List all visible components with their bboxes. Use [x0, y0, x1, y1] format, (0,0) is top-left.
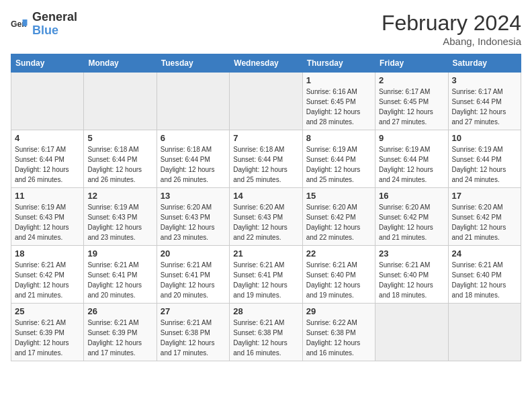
calendar-cell: 1Sunrise: 6:16 AMSunset: 6:45 PMDaylight… [302, 73, 375, 130]
day-info: Sunrise: 6:19 AMSunset: 6:43 PMDaylight:… [15, 202, 80, 242]
day-info: Sunrise: 6:21 AMSunset: 6:42 PMDaylight:… [15, 260, 80, 300]
day-number: 23 [379, 248, 444, 259]
day-info: Sunrise: 6:18 AMSunset: 6:44 PMDaylight:… [161, 144, 226, 185]
day-info: Sunrise: 6:16 AMSunset: 6:45 PMDaylight:… [306, 87, 371, 127]
day-number: 10 [452, 133, 517, 143]
weekday-header: Friday [375, 54, 448, 73]
calendar-cell: 11Sunrise: 6:19 AMSunset: 6:43 PMDayligh… [11, 188, 84, 246]
calendar-cell: 29Sunrise: 6:22 AMSunset: 6:38 PMDayligh… [302, 304, 375, 361]
day-number: 19 [87, 248, 152, 259]
day-info: Sunrise: 6:20 AMSunset: 6:42 PMDaylight:… [379, 202, 444, 242]
calendar-cell: 19Sunrise: 6:21 AMSunset: 6:41 PMDayligh… [84, 246, 157, 304]
day-info: Sunrise: 6:18 AMSunset: 6:44 PMDaylight:… [233, 144, 298, 185]
calendar-cell: 16Sunrise: 6:20 AMSunset: 6:42 PMDayligh… [375, 188, 448, 246]
day-number: 11 [15, 191, 80, 201]
day-number: 17 [452, 191, 517, 201]
calendar-cell: 14Sunrise: 6:20 AMSunset: 6:43 PMDayligh… [230, 188, 302, 246]
calendar-table: SundayMondayTuesdayWednesdayThursdayFrid… [11, 54, 521, 361]
month-title: February 2024 [382, 11, 521, 36]
day-number: 6 [161, 133, 226, 143]
day-number: 5 [87, 133, 152, 143]
calendar-cell: 10Sunrise: 6:19 AMSunset: 6:44 PMDayligh… [448, 130, 521, 188]
day-info: Sunrise: 6:20 AMSunset: 6:42 PMDaylight:… [452, 202, 517, 242]
day-number: 26 [87, 306, 152, 316]
weekday-header-row: SundayMondayTuesdayWednesdayThursdayFrid… [11, 54, 521, 73]
calendar-cell: 23Sunrise: 6:21 AMSunset: 6:40 PMDayligh… [375, 246, 448, 304]
day-info: Sunrise: 6:18 AMSunset: 6:44 PMDaylight:… [87, 144, 152, 185]
day-number: 14 [233, 191, 298, 201]
day-number: 13 [161, 191, 226, 201]
calendar-cell: 7Sunrise: 6:18 AMSunset: 6:44 PMDaylight… [230, 130, 302, 188]
weekday-header: Thursday [302, 54, 375, 73]
calendar-week-row: 25Sunrise: 6:21 AMSunset: 6:39 PMDayligh… [11, 304, 521, 361]
calendar-week-row: 18Sunrise: 6:21 AMSunset: 6:42 PMDayligh… [11, 246, 521, 304]
day-info: Sunrise: 6:20 AMSunset: 6:42 PMDaylight:… [306, 202, 371, 242]
day-number: 4 [15, 133, 80, 143]
calendar-cell: 12Sunrise: 6:19 AMSunset: 6:43 PMDayligh… [84, 188, 157, 246]
day-number: 22 [306, 248, 371, 259]
day-info: Sunrise: 6:19 AMSunset: 6:43 PMDaylight:… [87, 202, 152, 242]
calendar-cell [84, 73, 157, 130]
day-number: 2 [379, 75, 444, 85]
day-number: 7 [233, 133, 298, 143]
calendar-cell: 3Sunrise: 6:17 AMSunset: 6:44 PMDaylight… [448, 73, 521, 130]
logo: Gen General Blue [11, 11, 77, 38]
calendar-cell: 17Sunrise: 6:20 AMSunset: 6:42 PMDayligh… [448, 188, 521, 246]
calendar-cell [375, 304, 448, 361]
day-number: 28 [233, 306, 298, 316]
day-number: 3 [452, 75, 517, 85]
page-header: Gen General Blue February 2024 Abang, In… [11, 11, 521, 47]
calendar-cell [157, 73, 229, 130]
calendar-cell: 22Sunrise: 6:21 AMSunset: 6:40 PMDayligh… [302, 246, 375, 304]
day-info: Sunrise: 6:21 AMSunset: 6:40 PMDaylight:… [379, 260, 444, 300]
day-number: 27 [161, 306, 226, 316]
calendar-cell: 21Sunrise: 6:21 AMSunset: 6:41 PMDayligh… [230, 246, 302, 304]
logo-icon: Gen [11, 15, 30, 34]
day-info: Sunrise: 6:19 AMSunset: 6:44 PMDaylight:… [379, 144, 444, 185]
calendar-cell: 26Sunrise: 6:21 AMSunset: 6:39 PMDayligh… [84, 304, 157, 361]
day-number: 18 [15, 248, 80, 259]
calendar-cell: 20Sunrise: 6:21 AMSunset: 6:41 PMDayligh… [157, 246, 229, 304]
day-info: Sunrise: 6:21 AMSunset: 6:38 PMDaylight:… [233, 318, 298, 358]
day-info: Sunrise: 6:21 AMSunset: 6:41 PMDaylight:… [233, 260, 298, 300]
weekday-header: Tuesday [157, 54, 229, 73]
day-info: Sunrise: 6:21 AMSunset: 6:40 PMDaylight:… [452, 260, 517, 300]
day-number: 29 [306, 306, 371, 316]
day-info: Sunrise: 6:19 AMSunset: 6:44 PMDaylight:… [306, 144, 371, 185]
day-info: Sunrise: 6:19 AMSunset: 6:44 PMDaylight:… [452, 144, 517, 185]
calendar-cell [11, 73, 84, 130]
day-info: Sunrise: 6:21 AMSunset: 6:38 PMDaylight:… [161, 318, 226, 358]
weekday-header: Saturday [448, 54, 521, 73]
title-block: February 2024 Abang, Indonesia [382, 11, 521, 47]
calendar-cell: 6Sunrise: 6:18 AMSunset: 6:44 PMDaylight… [157, 130, 229, 188]
calendar-week-row: 1Sunrise: 6:16 AMSunset: 6:45 PMDaylight… [11, 73, 521, 130]
weekday-header: Wednesday [230, 54, 302, 73]
day-number: 9 [379, 133, 444, 143]
day-number: 16 [379, 191, 444, 201]
calendar-cell: 8Sunrise: 6:19 AMSunset: 6:44 PMDaylight… [302, 130, 375, 188]
day-info: Sunrise: 6:21 AMSunset: 6:39 PMDaylight:… [87, 318, 152, 358]
calendar-cell [448, 304, 521, 361]
day-info: Sunrise: 6:21 AMSunset: 6:41 PMDaylight:… [161, 260, 226, 300]
calendar-cell: 27Sunrise: 6:21 AMSunset: 6:38 PMDayligh… [157, 304, 229, 361]
day-info: Sunrise: 6:21 AMSunset: 6:41 PMDaylight:… [87, 260, 152, 300]
calendar-cell: 28Sunrise: 6:21 AMSunset: 6:38 PMDayligh… [230, 304, 302, 361]
day-number: 15 [306, 191, 371, 201]
day-number: 12 [87, 191, 152, 201]
day-info: Sunrise: 6:20 AMSunset: 6:43 PMDaylight:… [233, 202, 298, 242]
calendar-cell: 9Sunrise: 6:19 AMSunset: 6:44 PMDaylight… [375, 130, 448, 188]
calendar-cell: 2Sunrise: 6:17 AMSunset: 6:45 PMDaylight… [375, 73, 448, 130]
calendar-cell: 15Sunrise: 6:20 AMSunset: 6:42 PMDayligh… [302, 188, 375, 246]
day-number: 21 [233, 248, 298, 259]
logo-text: General Blue [32, 11, 77, 38]
calendar-cell: 18Sunrise: 6:21 AMSunset: 6:42 PMDayligh… [11, 246, 84, 304]
weekday-header: Sunday [11, 54, 84, 73]
day-info: Sunrise: 6:17 AMSunset: 6:44 PMDaylight:… [15, 144, 80, 185]
calendar-cell: 5Sunrise: 6:18 AMSunset: 6:44 PMDaylight… [84, 130, 157, 188]
day-info: Sunrise: 6:21 AMSunset: 6:40 PMDaylight:… [306, 260, 371, 300]
location-subtitle: Abang, Indonesia [382, 36, 521, 47]
calendar-week-row: 4Sunrise: 6:17 AMSunset: 6:44 PMDaylight… [11, 130, 521, 188]
day-info: Sunrise: 6:20 AMSunset: 6:43 PMDaylight:… [161, 202, 226, 242]
day-info: Sunrise: 6:17 AMSunset: 6:45 PMDaylight:… [379, 87, 444, 127]
day-info: Sunrise: 6:22 AMSunset: 6:38 PMDaylight:… [306, 318, 371, 358]
